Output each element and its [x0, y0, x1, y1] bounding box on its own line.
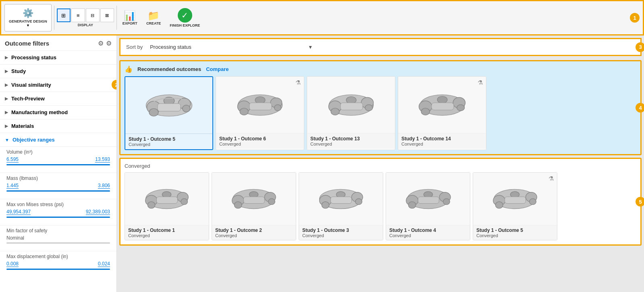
range-volume-bar[interactable] — [6, 164, 110, 165]
sort-select[interactable]: Processing status — [147, 42, 308, 52]
range-stress-bar[interactable] — [6, 217, 110, 218]
svg-point-33 — [147, 202, 155, 209]
card-conv-5-image: ⚗ — [473, 173, 557, 225]
display-compare-btn[interactable]: ⊟ — [86, 8, 100, 22]
flask-icon-conv-5: ⚗ — [548, 175, 554, 182]
display-list-btn[interactable]: ≡ — [71, 8, 85, 22]
sidebar: Outcome filters ⚙ ⚙ ▶ Processing status … — [0, 35, 117, 292]
range-volume: Volume (in³) 6.595 13.593 — [0, 146, 116, 173]
svg-point-27 — [457, 104, 464, 111]
card-rec-2-name: Study 1 - Outcome 6 — [219, 136, 301, 142]
range-displacement-label: Max displacement global (in) — [6, 254, 110, 259]
svg-point-48 — [355, 199, 362, 205]
compare-button[interactable]: Compare — [206, 66, 229, 72]
finish-button[interactable]: ✓ FINISH EXPLORE — [166, 6, 203, 29]
export-icon: 📊 — [124, 10, 136, 21]
card-conv-5-status: Converged — [476, 233, 554, 238]
recommended-header: 👍 Recommended outcomes Compare — [125, 65, 636, 73]
range-volume-max: 13.593 — [95, 156, 110, 163]
svg-rect-60 — [505, 197, 526, 204]
card-conv-2[interactable]: Study 1 - Outcome 2 Converged — [212, 172, 296, 240]
filter-settings-icon[interactable]: ⚙ — [106, 40, 112, 47]
display-label: DISPLAY — [78, 23, 93, 27]
filter-item-manufacturing[interactable]: ▶ Manufacturing method — [0, 105, 116, 119]
step-badge-3: 3 — [636, 42, 644, 52]
part-svg-conv-1 — [137, 181, 197, 217]
svg-rect-39 — [244, 197, 265, 204]
part-svg-conv-2 — [224, 181, 284, 217]
svg-point-54 — [408, 202, 416, 209]
svg-rect-46 — [331, 197, 352, 204]
recommended-title: Recommended outcomes — [137, 66, 201, 72]
card-rec-1-image — [125, 77, 212, 133]
card-rec-4-image: ⚗ — [398, 77, 486, 133]
filter-item-objective[interactable]: ▼ Objective ranges — [0, 133, 116, 146]
card-rec-4-status: Converged — [401, 142, 483, 146]
part-svg-rec-4 — [411, 86, 474, 124]
range-stress-label: Max von Mises stress (psi) — [6, 202, 110, 207]
filter-label-objective: Objective ranges — [12, 137, 55, 143]
filter-sliders-icon[interactable]: ⚙ — [98, 40, 104, 47]
step-badge-4: 4 — [636, 103, 644, 113]
finish-circle: ✓ — [178, 8, 192, 23]
converged-section: Converged — [119, 158, 642, 246]
export-group: 📊 EXPORT — [119, 4, 141, 31]
display-grid-btn[interactable]: ⊞ — [57, 8, 71, 22]
range-stress: Max von Mises stress (psi) 49,954.397 92… — [0, 199, 116, 225]
svg-rect-53 — [418, 197, 439, 204]
svg-rect-18 — [340, 102, 362, 110]
card-conv-4[interactable]: Study 1 - Outcome 4 Converged — [386, 172, 470, 240]
card-conv-2-status: Converged — [215, 233, 293, 238]
sort-dropdown-icon: ▼ — [308, 44, 313, 50]
card-conv-5[interactable]: ⚗ — [473, 172, 557, 240]
range-displacement-max: 0.024 — [98, 261, 110, 267]
chevron-right-icon: ▶ — [5, 55, 8, 60]
gd-button[interactable]: ⚙️ GENERATIVE DESIGN ▼ — [4, 4, 52, 31]
sidebar-actions: ⚙ ⚙ — [98, 40, 112, 47]
range-displacement-bar[interactable] — [6, 269, 110, 270]
filter-item-study[interactable]: ▶ Study — [0, 64, 116, 78]
card-conv-3-image — [299, 173, 383, 225]
range-mass-bar[interactable] — [6, 190, 110, 192]
svg-point-10 — [255, 96, 265, 103]
filter-item-materials[interactable]: ▶ Materials — [0, 119, 116, 133]
card-rec-1-name: Study 1 - Outcome 5 — [129, 136, 209, 142]
card-conv-2-image — [212, 173, 296, 225]
app-root: ⚙️ GENERATIVE DESIGN ▼ ⊞ ≡ ⊟ ⊠ DISPLAY 📊… — [0, 0, 644, 292]
svg-point-40 — [234, 202, 242, 209]
create-button[interactable]: 📁 CREATE — [143, 8, 164, 27]
range-safety-bar[interactable] — [6, 242, 110, 244]
card-conv-1[interactable]: Study 1 - Outcome 1 Converged — [125, 172, 209, 240]
part-svg-conv-5 — [485, 181, 545, 217]
filter-label-visual: Visual similarity — [11, 82, 51, 88]
card-rec-4[interactable]: ⚗ — [398, 76, 486, 150]
card-conv-1-image — [125, 173, 209, 225]
part-svg-rec-2 — [229, 86, 291, 124]
sidebar-header: Outcome filters ⚙ ⚙ — [0, 35, 116, 50]
display-split-btn[interactable]: ⊠ — [100, 8, 114, 22]
create-icon: 📁 — [147, 10, 160, 21]
chevron-down-icon: ▼ — [5, 138, 9, 142]
filter-item-processing-status[interactable]: ▶ Processing status — [0, 50, 116, 64]
svg-point-47 — [322, 202, 329, 209]
finish-group: ✓ FINISH EXPLORE — [166, 4, 203, 31]
card-conv-3[interactable]: Study 1 - Outcome 3 Converged — [299, 172, 383, 240]
range-volume-min: 6.595 — [6, 156, 19, 163]
svg-point-55 — [443, 199, 450, 205]
filter-label-study: Study — [11, 68, 26, 74]
export-button[interactable]: 📊 EXPORT — [119, 8, 141, 27]
chevron-right-icon-2: ▶ — [5, 69, 8, 74]
card-conv-1-info: Study 1 - Outcome 1 Converged — [125, 225, 209, 240]
card-rec-1[interactable]: Study 1 - Outcome 5 Converged — [125, 76, 213, 150]
chevron-right-icon-5: ▶ — [5, 110, 8, 115]
card-rec-2[interactable]: ⚗ — [216, 76, 304, 150]
recommended-cards-row: Study 1 - Outcome 5 Converged ⚗ — [125, 76, 636, 150]
sidebar-title: Outcome filters — [5, 40, 49, 47]
finish-label: FINISH EXPLORE — [170, 23, 200, 27]
thumbs-up-icon: 👍 — [125, 65, 133, 73]
filter-item-visual[interactable]: ▶ Visual similarity — [0, 78, 116, 92]
step-badge-5: 5 — [636, 197, 644, 206]
card-rec-3[interactable]: Study 1 - Outcome 13 Converged — [307, 76, 395, 150]
filter-item-tech[interactable]: ▶ Tech-Preview — [0, 92, 116, 105]
toolbar-sep-1 — [54, 6, 54, 30]
